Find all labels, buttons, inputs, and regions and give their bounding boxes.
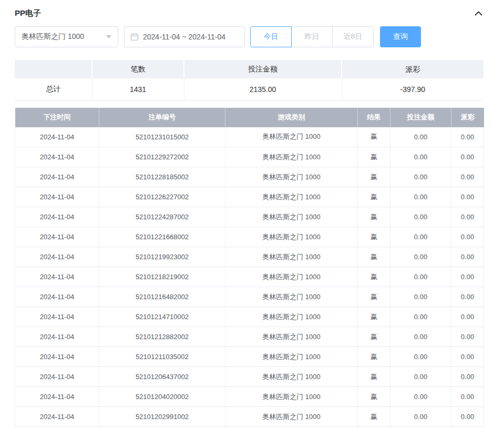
col-header-result: 结果 bbox=[358, 108, 390, 127]
cell-game-type: 奥林匹斯之门 1000 bbox=[225, 367, 358, 387]
cell-bet-time: 2024-11-04 bbox=[15, 207, 99, 227]
summary-table: 笔数 投注金额 派彩 总计 1431 2135.00 -397.90 bbox=[15, 60, 484, 101]
cell-result: 赢 bbox=[358, 147, 390, 167]
table-row: 2024-11-04 52101229272002 奥林匹斯之门 1000 赢 … bbox=[15, 147, 484, 167]
col-header-order-no: 注单编号 bbox=[99, 108, 225, 127]
cell-game-type: 奥林匹斯之门 1000 bbox=[225, 307, 358, 327]
cell-result: 赢 bbox=[358, 187, 390, 207]
cell-bet-time: 2024-11-04 bbox=[15, 167, 99, 187]
col-header-game-type: 游戏类别 bbox=[225, 108, 358, 127]
cell-bet-time: 2024-11-04 bbox=[15, 307, 99, 327]
summary-header-bet-amount: 投注金额 bbox=[184, 60, 342, 78]
cell-bet-time: 2024-11-04 bbox=[15, 407, 99, 427]
table-row: 2024-11-04 52101231015002 奥林匹斯之门 1000 赢 … bbox=[15, 127, 484, 147]
cell-result: 赢 bbox=[358, 227, 390, 247]
cell-bet-time: 2024-11-04 bbox=[15, 327, 99, 347]
cell-order-no: 52101221668002 bbox=[99, 227, 225, 247]
chevron-up-icon bbox=[475, 11, 482, 16]
cell-bet-amount: 0.00 bbox=[390, 127, 451, 147]
cell-bet-time: 2024-11-04 bbox=[15, 387, 99, 407]
cell-bet-amount: 0.00 bbox=[390, 187, 451, 207]
panel-header: PP电子 bbox=[15, 6, 484, 20]
collapse-panel-button[interactable] bbox=[474, 10, 484, 17]
cell-result: 赢 bbox=[358, 367, 390, 387]
quick-yesterday-button[interactable]: 昨日 bbox=[291, 26, 333, 47]
game-select[interactable]: 奥林匹斯之门 1000 bbox=[15, 26, 118, 47]
cell-bet-time: 2024-11-04 bbox=[15, 227, 99, 247]
cell-order-no: 52101206437002 bbox=[99, 367, 225, 387]
table-row: 2024-11-04 52101228185002 奥林匹斯之门 1000 赢 … bbox=[15, 167, 484, 187]
cell-result: 赢 bbox=[358, 327, 390, 347]
bet-table-header-row: 下注时间 注单编号 游戏类别 结果 投注金额 派彩 bbox=[15, 108, 484, 127]
table-row: 2024-11-04 52101219923002 奥林匹斯之门 1000 赢 … bbox=[15, 247, 484, 267]
chevron-down-icon bbox=[106, 35, 111, 38]
cell-bet-time: 2024-11-04 bbox=[15, 287, 99, 307]
quick-last8days-button[interactable]: 近8日 bbox=[332, 26, 374, 47]
cell-bet-amount: 0.00 bbox=[390, 347, 451, 367]
table-row: 2024-11-04 52101204020002 奥林匹斯之门 1000 赢 … bbox=[15, 387, 484, 407]
cell-game-type: 奥林匹斯之门 1000 bbox=[225, 187, 358, 207]
cell-order-no: 52101214710002 bbox=[99, 307, 225, 327]
cell-order-no: 52101202991002 bbox=[99, 407, 225, 427]
cell-bet-time: 2024-11-04 bbox=[15, 347, 99, 367]
cell-order-no: 52101226227002 bbox=[99, 187, 225, 207]
cell-order-no: 52101224287002 bbox=[99, 207, 225, 227]
quick-range-button-group: 今日 昨日 近8日 bbox=[250, 26, 374, 47]
cell-bet-amount: 0.00 bbox=[390, 407, 451, 427]
page-title: PP电子 bbox=[15, 8, 41, 18]
cell-payout: 0.00 bbox=[451, 307, 484, 327]
summary-total-label: 总计 bbox=[15, 78, 92, 100]
cell-result: 赢 bbox=[358, 167, 390, 187]
filter-bar: 奥林匹斯之门 1000 2024-11-04 ~ 2024-11-04 今日 昨… bbox=[15, 26, 484, 47]
cell-payout: 0.00 bbox=[451, 267, 484, 287]
cell-payout: 0.00 bbox=[451, 247, 484, 267]
summary-total-payout: -397.90 bbox=[342, 78, 484, 100]
cell-game-type: 奥林匹斯之门 1000 bbox=[225, 267, 358, 287]
cell-result: 赢 bbox=[358, 247, 390, 267]
summary-header-empty bbox=[15, 60, 92, 78]
pp-electronic-panel: PP电子 奥林匹斯之门 1000 2024-11-04 ~ 2024-11-04… bbox=[0, 0, 504, 427]
cell-bet-amount: 0.00 bbox=[390, 307, 451, 327]
cell-order-no: 52101216482002 bbox=[99, 287, 225, 307]
date-range-input[interactable]: 2024-11-04 ~ 2024-11-04 bbox=[124, 26, 245, 47]
summary-total-bet-amount: 2135.00 bbox=[184, 78, 342, 100]
table-row: 2024-11-04 52101214710002 奥林匹斯之门 1000 赢 … bbox=[15, 307, 484, 327]
bet-records-table: 下注时间 注单编号 游戏类别 结果 投注金额 派彩 2024-11-04 521… bbox=[15, 108, 484, 427]
cell-game-type: 奥林匹斯之门 1000 bbox=[225, 327, 358, 347]
cell-bet-time: 2024-11-04 bbox=[15, 147, 99, 167]
cell-payout: 0.00 bbox=[451, 147, 484, 167]
cell-game-type: 奥林匹斯之门 1000 bbox=[225, 407, 358, 427]
cell-game-type: 奥林匹斯之门 1000 bbox=[225, 287, 358, 307]
quick-today-button[interactable]: 今日 bbox=[250, 26, 292, 47]
cell-bet-amount: 0.00 bbox=[390, 207, 451, 227]
cell-bet-time: 2024-11-04 bbox=[15, 127, 99, 147]
cell-order-no: 52101229272002 bbox=[99, 147, 225, 167]
cell-order-no: 52101211035002 bbox=[99, 347, 225, 367]
cell-payout: 0.00 bbox=[451, 387, 484, 407]
cell-payout: 0.00 bbox=[451, 167, 484, 187]
cell-payout: 0.00 bbox=[451, 407, 484, 427]
cell-bet-time: 2024-11-04 bbox=[15, 267, 99, 287]
cell-game-type: 奥林匹斯之门 1000 bbox=[225, 127, 358, 147]
cell-payout: 0.00 bbox=[451, 347, 484, 367]
cell-bet-amount: 0.00 bbox=[390, 147, 451, 167]
search-button[interactable]: 查询 bbox=[380, 26, 421, 47]
cell-payout: 0.00 bbox=[451, 227, 484, 247]
cell-game-type: 奥林匹斯之门 1000 bbox=[225, 227, 358, 247]
cell-payout: 0.00 bbox=[451, 187, 484, 207]
summary-header-payout: 派彩 bbox=[342, 60, 484, 78]
bet-table-body: 2024-11-04 52101231015002 奥林匹斯之门 1000 赢 … bbox=[15, 127, 484, 427]
cell-result: 赢 bbox=[358, 307, 390, 327]
cell-order-no: 52101218219002 bbox=[99, 267, 225, 287]
cell-bet-amount: 0.00 bbox=[390, 247, 451, 267]
cell-bet-time: 2024-11-04 bbox=[15, 187, 99, 207]
cell-bet-amount: 0.00 bbox=[390, 267, 451, 287]
cell-game-type: 奥林匹斯之门 1000 bbox=[225, 167, 358, 187]
table-row: 2024-11-04 52101226227002 奥林匹斯之门 1000 赢 … bbox=[15, 187, 484, 207]
game-select-value: 奥林匹斯之门 1000 bbox=[22, 32, 84, 42]
table-row: 2024-11-04 52101224287002 奥林匹斯之门 1000 赢 … bbox=[15, 207, 484, 227]
date-range-value: 2024-11-04 ~ 2024-11-04 bbox=[143, 33, 225, 41]
table-row: 2024-11-04 52101216482002 奥林匹斯之门 1000 赢 … bbox=[15, 287, 484, 307]
cell-order-no: 52101212882002 bbox=[99, 327, 225, 347]
cell-game-type: 奥林匹斯之门 1000 bbox=[225, 387, 358, 407]
